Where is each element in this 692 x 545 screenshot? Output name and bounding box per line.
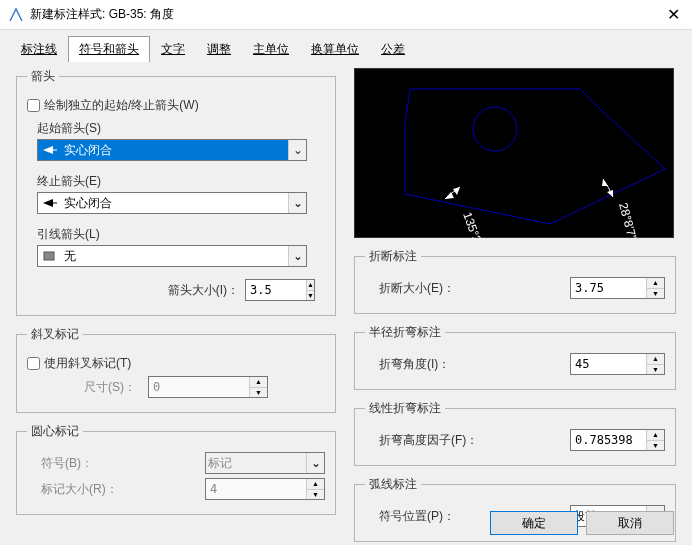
- preview-pane: 135°27' 28°8'7": [354, 68, 674, 238]
- slash-size-label: 尺寸(S)：: [84, 379, 136, 396]
- chevron-down-icon[interactable]: ⌄: [288, 246, 306, 266]
- spin-up-icon[interactable]: ▲: [307, 280, 314, 291]
- use-slash-label: 使用斜叉标记(T): [44, 355, 131, 372]
- dialog-buttons: 确定 取消: [490, 511, 674, 535]
- spin-up-icon[interactable]: ▲: [647, 354, 664, 365]
- slash-size-input: [149, 377, 249, 397]
- spin-down-icon[interactable]: ▼: [647, 441, 664, 451]
- center-symbol-value: 标记: [206, 455, 306, 472]
- svg-marker-0: [43, 146, 53, 154]
- tab-fit[interactable]: 调整: [196, 36, 242, 62]
- radjog-group: 半径折弯标注 折弯角度(I)： ▲▼: [354, 324, 676, 390]
- center-legend: 圆心标记: [27, 423, 83, 440]
- ok-button[interactable]: 确定: [490, 511, 578, 535]
- arrowhead-legend: 箭头: [27, 68, 59, 85]
- arrow-size-label: 箭头大小(I)：: [168, 282, 239, 299]
- center-symbol-label: 符号(B)：: [27, 455, 205, 472]
- tab-primary-units[interactable]: 主单位: [242, 36, 300, 62]
- spin-up-icon: ▲: [307, 479, 324, 490]
- use-slash-input[interactable]: [27, 357, 40, 370]
- tab-alt-units[interactable]: 换算单位: [300, 36, 370, 62]
- linejog-factor-input[interactable]: [571, 430, 646, 450]
- arrowhead-group: 箭头 绘制独立的起始/终止箭头(W) 起始箭头(S) 实心闭合 ⌄ 终止箭头(E…: [16, 68, 336, 316]
- leader-arrow-value: 无: [62, 248, 288, 265]
- arrow-filled-icon: [42, 195, 58, 211]
- radjog-legend: 半径折弯标注: [365, 324, 445, 341]
- tab-tolerance[interactable]: 公差: [370, 36, 416, 62]
- linejog-factor-spinner[interactable]: ▲▼: [570, 429, 665, 451]
- spin-down-icon: ▼: [307, 490, 324, 500]
- separate-arrows-input[interactable]: [27, 99, 40, 112]
- slash-size-spinner: ▲▼: [148, 376, 268, 398]
- tab-dimlines[interactable]: 标注线: [10, 36, 68, 62]
- linejog-group: 线性折弯标注 折弯高度因子(F)： ▲▼: [354, 400, 676, 466]
- leader-arrow-label: 引线箭头(L): [37, 226, 325, 243]
- center-symbol-select: 标记 ⌄: [205, 452, 325, 474]
- break-size-label: 折断大小(E)：: [365, 280, 570, 297]
- leader-arrow-select[interactable]: 无 ⌄: [37, 245, 307, 267]
- spin-down-icon[interactable]: ▼: [647, 289, 664, 299]
- chevron-down-icon: ⌄: [306, 453, 324, 473]
- start-arrow-label: 起始箭头(S): [37, 120, 325, 137]
- slash-group: 斜叉标记 使用斜叉标记(T) 尺寸(S)： ▲▼: [16, 326, 336, 413]
- spin-up-icon[interactable]: ▲: [647, 430, 664, 441]
- svg-rect-4: [44, 252, 54, 260]
- end-arrow-select[interactable]: 实心闭合 ⌄: [37, 192, 307, 214]
- spin-down-icon: ▼: [250, 388, 267, 398]
- window-title: 新建标注样式: GB-35: 角度: [30, 6, 663, 23]
- svg-text:28°8'7": 28°8'7": [616, 201, 639, 239]
- break-size-spinner[interactable]: ▲▼: [570, 277, 665, 299]
- separate-arrows-label: 绘制独立的起始/终止箭头(W): [44, 97, 199, 114]
- use-slash-checkbox[interactable]: 使用斜叉标记(T): [27, 355, 325, 372]
- svg-marker-2: [43, 199, 53, 207]
- svg-marker-10: [602, 179, 608, 186]
- app-icon: [8, 7, 24, 23]
- start-arrow-select[interactable]: 实心闭合 ⌄: [37, 139, 307, 161]
- center-size-label: 标记大小(R)：: [27, 481, 205, 498]
- start-arrow-value: 实心闭合: [62, 142, 288, 159]
- break-size-input[interactable]: [571, 278, 646, 298]
- break-group: 折断标注 折断大小(E)： ▲▼: [354, 248, 676, 314]
- cancel-button[interactable]: 取消: [586, 511, 674, 535]
- radjog-angle-input[interactable]: [571, 354, 646, 374]
- spin-up-icon[interactable]: ▲: [647, 278, 664, 289]
- tab-text[interactable]: 文字: [150, 36, 196, 62]
- break-legend: 折断标注: [365, 248, 421, 265]
- spin-down-icon[interactable]: ▼: [307, 291, 314, 301]
- center-size-spinner: ▲▼: [205, 478, 325, 500]
- close-icon[interactable]: ✕: [663, 5, 684, 24]
- arrow-size-input[interactable]: [246, 280, 306, 300]
- none-icon: [42, 248, 58, 264]
- chevron-down-icon[interactable]: ⌄: [288, 193, 306, 213]
- tab-bar: 标注线 符号和箭头 文字 调整 主单位 换算单位 公差: [0, 30, 692, 62]
- radjog-angle-spinner[interactable]: ▲▼: [570, 353, 665, 375]
- radjog-angle-label: 折弯角度(I)：: [365, 356, 570, 373]
- slash-legend: 斜叉标记: [27, 326, 83, 343]
- center-group: 圆心标记 符号(B)： 标记 ⌄ 标记大小(R)： ▲▼: [16, 423, 336, 515]
- chevron-down-icon[interactable]: ⌄: [288, 140, 306, 160]
- arrow-filled-icon: [42, 142, 58, 158]
- end-arrow-value: 实心闭合: [62, 195, 288, 212]
- spin-up-icon: ▲: [250, 377, 267, 388]
- svg-point-6: [473, 107, 517, 151]
- arrow-size-spinner[interactable]: ▲▼: [245, 279, 315, 301]
- linejog-legend: 线性折弯标注: [365, 400, 445, 417]
- arc-legend: 弧线标注: [365, 476, 421, 493]
- svg-marker-7: [445, 192, 454, 199]
- center-size-input: [206, 479, 306, 499]
- spin-down-icon[interactable]: ▼: [647, 365, 664, 375]
- tab-symbols-arrows[interactable]: 符号和箭头: [68, 36, 150, 62]
- svg-text:135°27': 135°27': [460, 210, 487, 239]
- titlebar: 新建标注样式: GB-35: 角度 ✕: [0, 0, 692, 30]
- linejog-factor-label: 折弯高度因子(F)：: [365, 432, 570, 449]
- end-arrow-label: 终止箭头(E): [37, 173, 325, 190]
- separate-arrows-checkbox[interactable]: 绘制独立的起始/终止箭头(W): [27, 97, 325, 114]
